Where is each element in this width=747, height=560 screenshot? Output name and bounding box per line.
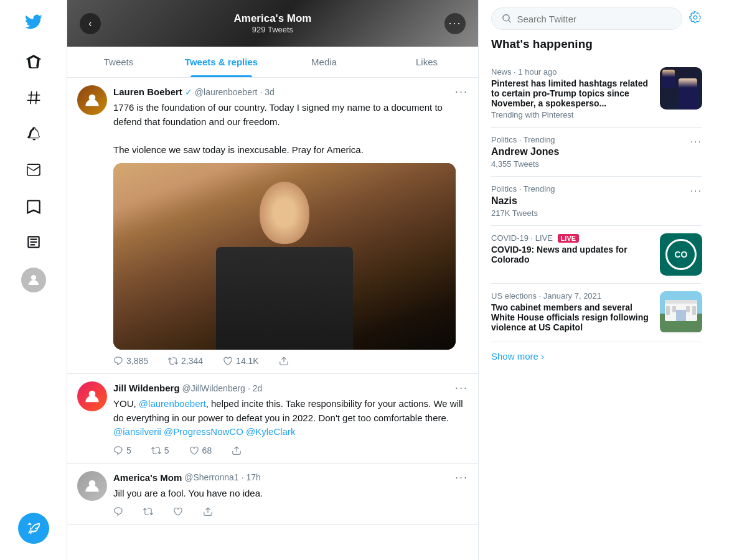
show-more-button[interactable]: Show more ›	[491, 342, 702, 370]
tweet-handle: @laurenboebert	[195, 87, 258, 97]
profile-tabs: Tweets Tweets & replies Media Likes	[67, 47, 478, 78]
tweet-time: · 3d	[260, 87, 274, 97]
tweet-text: 1776 is the foundation of our country. T…	[113, 101, 468, 157]
tweet-more-button[interactable]: ···	[455, 85, 468, 98]
trend-count: 217K Tweets	[491, 208, 702, 218]
trend-text-elections: US elections · January 7, 2021 Two cabin…	[491, 291, 652, 334]
chevron-right-icon: ›	[541, 351, 544, 362]
whats-happening-title: What's happening	[491, 37, 702, 51]
messages-nav-icon[interactable]	[18, 154, 49, 185]
retweet-count: 2,344	[181, 356, 203, 366]
like-count: 14.1K	[236, 356, 259, 366]
svg-rect-7	[665, 300, 697, 304]
back-button[interactable]: ‹	[80, 13, 101, 34]
trend-thumb-trump	[660, 67, 702, 110]
verified-badge: ✓	[185, 87, 192, 97]
trend-name: Nazis	[491, 195, 702, 207]
tab-likes[interactable]: Likes	[375, 47, 478, 77]
twitter-logo-icon[interactable]	[18, 6, 49, 37]
mention-kyleclark[interactable]: @KyleClark	[246, 426, 295, 437]
trend-name: Two cabinet members and several White Ho…	[491, 302, 652, 332]
trend-category: US elections · January 7, 2021	[491, 291, 652, 301]
tweet-avatar[interactable]	[77, 381, 107, 411]
home-nav-icon[interactable]	[18, 46, 49, 77]
trend-item-nazis[interactable]: Politics · Trending Nazis 217K Tweets ··…	[491, 177, 702, 226]
trend-more-button[interactable]: ···	[690, 185, 702, 197]
tweet-time: · 2d	[248, 383, 262, 393]
tab-tweets-replies[interactable]: Tweets & replies	[170, 47, 273, 77]
share-action[interactable]	[203, 506, 213, 516]
trend-item-covid[interactable]: COVID-19 · LIVE LIVE COVID-19: News and …	[491, 226, 702, 284]
profile-header: ‹ America's Mom 929 Tweets ···	[67, 0, 478, 47]
retweet-action[interactable]: 5	[151, 446, 169, 455]
tweet-more-button[interactable]: ···	[455, 471, 468, 484]
tweet-author-name[interactable]: America's Mom	[113, 472, 182, 483]
reply-count: 5	[126, 446, 131, 455]
user-avatar[interactable]	[21, 268, 46, 292]
trend-category: Politics · Trending	[491, 184, 702, 194]
retweet-action[interactable]	[143, 506, 153, 516]
trend-category: Politics · Trending	[491, 135, 702, 144]
tweet-actions: 3,885 2,344 14.1K	[113, 356, 468, 366]
profile-more-button[interactable]: ···	[444, 13, 466, 34]
reply-action[interactable]: 3,885	[113, 356, 148, 366]
retweet-count: 5	[164, 446, 169, 455]
explore-nav-icon[interactable]	[18, 82, 49, 113]
tweet-author-name[interactable]: Lauren Boebert	[113, 86, 182, 97]
live-badge: LIVE	[558, 234, 579, 243]
search-icon	[502, 13, 512, 24]
tweet-user-info: Jill Wildenberg @JillWildenberg · 2d	[113, 383, 262, 393]
like-action[interactable]	[173, 506, 183, 516]
compose-button[interactable]	[18, 513, 49, 544]
tweet-item: America's Mom @Sherronna1 · 17h ··· Jill…	[67, 464, 478, 525]
tweet-avatar[interactable]	[77, 85, 107, 115]
tweet-author-name[interactable]: Jill Wildenberg	[113, 383, 180, 393]
mention-progressnowco[interactable]: @ProgressNowCO	[164, 426, 243, 437]
profile-name: America's Mom	[234, 12, 312, 25]
share-action[interactable]	[279, 356, 289, 366]
trend-item-andrew-jones[interactable]: Politics · Trending Andrew Jones 4,355 T…	[491, 128, 702, 177]
right-sidebar: What's happening News · 1 hour ago Pinte…	[478, 0, 715, 560]
like-action[interactable]: 68	[189, 446, 212, 455]
like-action[interactable]: 14.1K	[223, 356, 259, 366]
search-input[interactable]	[517, 14, 672, 24]
search-bar[interactable]	[491, 7, 682, 30]
tweet-body: America's Mom @Sherronna1 · 17h ··· Jill…	[113, 471, 468, 517]
trend-sub: Trending with Pinterest	[491, 110, 652, 119]
tweet-body: Lauren Boebert ✓ @laurenboebert · 3d ···…	[113, 85, 468, 366]
svg-rect-12	[686, 306, 690, 312]
bookmarks-nav-icon[interactable]	[18, 190, 49, 222]
retweet-action[interactable]: 2,344	[168, 356, 203, 366]
lists-nav-icon[interactable]	[18, 226, 49, 258]
tweet-header: America's Mom @Sherronna1 · 17h ···	[113, 471, 468, 484]
tab-media[interactable]: Media	[273, 47, 375, 77]
tweet-actions: 5 5 68	[113, 446, 468, 455]
tweet-more-button[interactable]: ···	[455, 381, 468, 394]
trend-item-us-elections[interactable]: US elections · January 7, 2021 Two cabin…	[491, 284, 702, 342]
reply-action[interactable]	[113, 506, 123, 516]
tweet-user-info: Lauren Boebert ✓ @laurenboebert · 3d	[113, 86, 275, 97]
trend-category: COVID-19 · LIVE LIVE	[491, 233, 652, 243]
tab-tweets[interactable]: Tweets	[67, 47, 170, 77]
notifications-nav-icon[interactable]	[18, 118, 49, 149]
trend-text-pinterest: News · 1 hour ago Pinterest has limited …	[491, 67, 652, 119]
share-action[interactable]	[232, 446, 242, 455]
tweet-user-info: America's Mom @Sherronna1 · 17h	[113, 472, 261, 483]
tweet-body: Jill Wildenberg @JillWildenberg · 2d ···…	[113, 381, 468, 455]
tweet-header: Lauren Boebert ✓ @laurenboebert · 3d ···	[113, 85, 468, 98]
tweet-time: · 17h	[242, 472, 261, 482]
trend-item-pinterest[interactable]: News · 1 hour ago Pinterest has limited …	[491, 60, 702, 128]
tweet-handle: @JillWildenberg	[182, 383, 245, 393]
mention-laurenboebert[interactable]: @laurenboebert	[139, 398, 206, 409]
tweet-image	[113, 163, 456, 350]
settings-icon[interactable]	[688, 11, 702, 27]
search-row	[491, 7, 702, 30]
trend-category: News · 1 hour ago	[491, 67, 652, 77]
trend-thumb-whitehouse	[660, 291, 702, 334]
trend-name: Andrew Jones	[491, 146, 702, 157]
tweet-avatar[interactable]	[77, 471, 107, 501]
mention-iansilverii[interactable]: @iansilverii	[113, 426, 161, 437]
tweet-handle: @Sherronna1	[184, 472, 238, 482]
trend-more-button[interactable]: ···	[690, 136, 702, 147]
reply-action[interactable]: 5	[113, 446, 131, 455]
